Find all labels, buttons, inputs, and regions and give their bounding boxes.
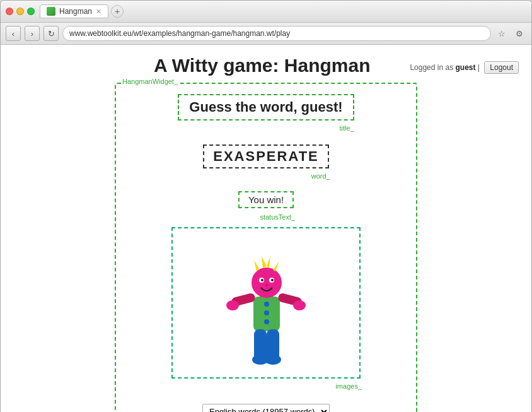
word-box: EXASPERATE	[203, 144, 329, 168]
status-box: You win!	[238, 191, 294, 208]
svg-marker-5	[254, 260, 259, 271]
active-tab[interactable]: Hangman ✕	[40, 4, 108, 18]
svg-point-1	[264, 302, 269, 307]
title-box: Guess the word, guest!	[178, 94, 354, 121]
browser-window: Hangman ✕ + ‹ › ↻ www.webtoolkit.eu/wt/e…	[0, 0, 532, 412]
language-select[interactable]: English words (18957 words)	[202, 404, 330, 412]
separator: |	[476, 63, 482, 72]
page-content: A Witty game: Hangman Logged in as guest…	[1, 45, 531, 412]
svg-point-3	[264, 319, 269, 324]
title-label: title_	[339, 124, 354, 132]
svg-point-13	[265, 284, 268, 286]
word-label: word_	[311, 172, 330, 180]
close-window-btn[interactable]	[6, 8, 13, 15]
svg-point-15	[226, 300, 239, 310]
username-label: guest	[455, 63, 475, 72]
svg-point-2	[264, 310, 269, 315]
hangman-widget: HangmanWidget_ Guess the word, guest! ti…	[115, 83, 417, 412]
svg-point-12	[271, 279, 274, 281]
login-text: Logged in as	[410, 63, 455, 72]
login-area: Logged in as guest | Logout	[410, 55, 519, 74]
logout-button[interactable]: Logout	[484, 61, 519, 74]
svg-marker-6	[262, 256, 267, 268]
widget-inner: Guess the word, guest! title_ EXASPERATE…	[124, 89, 408, 412]
status-text: You win!	[248, 194, 284, 205]
maximize-window-btn[interactable]	[27, 8, 35, 15]
address-bar[interactable]: www.webtoolkit.eu/wt/examples/hangman-ga…	[62, 26, 491, 41]
svg-marker-7	[267, 256, 270, 268]
tab-close-icon[interactable]: ✕	[96, 8, 101, 16]
settings-icon[interactable]: ⚙	[512, 26, 526, 40]
back-button[interactable]: ‹	[6, 26, 21, 41]
nav-bar: ‹ › ↻ www.webtoolkit.eu/wt/examples/hang…	[1, 23, 531, 45]
window-buttons	[6, 8, 35, 15]
svg-marker-8	[273, 261, 279, 271]
reload-button[interactable]: ↻	[43, 26, 59, 41]
guess-title: Guess the word, guest!	[189, 99, 342, 115]
new-tab-button[interactable]: +	[111, 5, 124, 18]
language-area: English words (18957 words) language_	[202, 404, 330, 412]
tab-favicon	[47, 7, 55, 16]
images-area	[171, 227, 361, 379]
svg-point-17	[293, 300, 306, 310]
word-text: EXASPERATE	[213, 148, 319, 164]
title-bar: Hangman ✕ +	[1, 1, 531, 23]
page-header: A Witty game: Hangman Logged in as guest…	[13, 55, 519, 76]
tab-title: Hangman	[59, 7, 92, 16]
page-title: A Witty game: Hangman	[114, 55, 410, 76]
url-text: www.webtoolkit.eu/wt/examples/hangman-ga…	[69, 29, 290, 38]
forward-button[interactable]: ›	[25, 26, 40, 41]
tab-bar: Hangman ✕ +	[40, 4, 526, 18]
nav-icons: ☆ ⚙	[495, 26, 526, 40]
svg-point-21	[265, 355, 281, 365]
images-label: images_	[335, 382, 362, 390]
widget-label: HangmanWidget_	[121, 78, 179, 85]
svg-point-4	[252, 268, 282, 298]
hangman-figure	[219, 233, 313, 372]
bookmark-icon[interactable]: ☆	[495, 26, 509, 40]
minimize-window-btn[interactable]	[16, 8, 24, 15]
svg-point-11	[261, 279, 263, 281]
